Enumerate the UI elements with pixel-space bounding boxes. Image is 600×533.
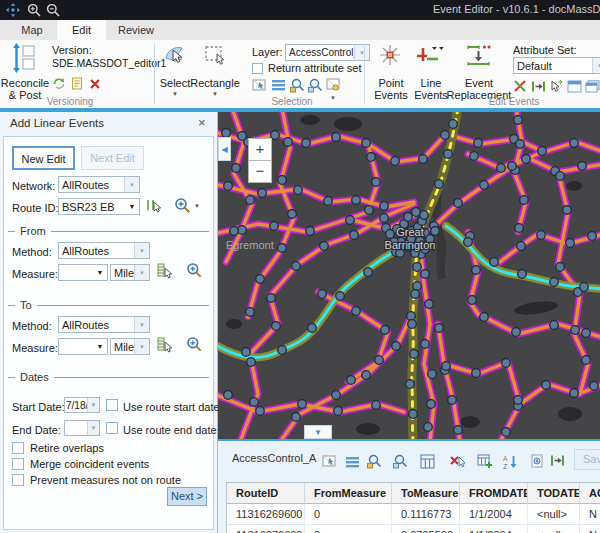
table-zoom-selected-icon[interactable] (367, 454, 382, 469)
pan-to-selected-icon[interactable] (308, 78, 323, 93)
zoom-to-selected-icon[interactable] (290, 78, 305, 93)
to-measure-dropdown-icon[interactable]: ▼ (93, 339, 107, 354)
tab-edit[interactable]: Edit (57, 20, 106, 40)
copy-attributes-icon[interactable] (585, 80, 600, 93)
rectangle-button[interactable]: Rectangle (189, 77, 241, 89)
version-refresh-icon[interactable] (52, 77, 66, 90)
select-dropdown-icon[interactable]: ▼ (172, 91, 178, 97)
merge-coincident-events-checkbox[interactable] (12, 458, 24, 470)
event-editor-app: { "titlebar": { "title": "Event Editor -… (0, 0, 600, 533)
attribute-window-icon[interactable] (567, 80, 582, 93)
layer-dropdown-icon[interactable]: ▼ (354, 45, 369, 60)
line-events-wrap[interactable]: Point Events (372, 77, 410, 101)
route-id-dropdown-icon[interactable]: ▼ (125, 199, 139, 214)
reconcile-post-icon[interactable] (12, 43, 38, 73)
point-events-icon[interactable] (378, 43, 402, 67)
save-button[interactable]: Save (574, 449, 600, 470)
table-merge-icon[interactable] (550, 454, 565, 467)
next-button[interactable]: Next > (167, 487, 207, 506)
to-measure-combobox[interactable]: ▼ (58, 338, 108, 355)
col-frommeasure[interactable]: FromMeasure (305, 483, 392, 504)
return-attribute-set-checkbox[interactable] (252, 63, 263, 74)
attribute-set-dropdown-icon[interactable]: ▼ (592, 58, 600, 73)
end-date-dropdown-icon[interactable]: ▼ (87, 421, 99, 435)
next-edit-button[interactable]: Next Edit (81, 146, 144, 170)
table-row[interactable]: 11316270600 (227, 525, 305, 533)
select-icon[interactable] (163, 43, 187, 67)
table-calculator-icon[interactable] (420, 454, 435, 469)
table-add-record-icon[interactable] (477, 454, 493, 469)
table-list-icon[interactable] (345, 456, 360, 468)
tab-map[interactable]: Map (8, 20, 56, 40)
close-icon[interactable]: × (198, 115, 206, 130)
delete-version-icon[interactable] (89, 78, 101, 90)
new-edit-button[interactable]: New Edit (12, 146, 75, 170)
table-row[interactable]: 11316269600 (227, 504, 305, 525)
network-dropdown-icon[interactable]: ▼ (124, 177, 139, 192)
from-unit-dropdown-icon[interactable]: ▼ (134, 265, 149, 280)
to-method-combobox[interactable]: AllRoutes ▼ (58, 316, 150, 333)
zoom-in-icon[interactable] (27, 3, 41, 17)
split-event-icon[interactable] (513, 80, 527, 93)
to-method-dropdown-icon[interactable]: ▼ (134, 317, 149, 332)
snap-events-icon[interactable] (549, 80, 563, 93)
select-features-icon[interactable] (252, 78, 267, 92)
table-tab-accesscontrol[interactable]: AccessControl_A (232, 452, 316, 464)
to-zoom-icon[interactable] (186, 336, 202, 352)
rectangle-select-icon[interactable] (203, 43, 227, 67)
network-combobox[interactable]: AllRoutes ▼ (58, 176, 140, 193)
attribute-set-value: Default (514, 60, 592, 72)
table-select-features-icon[interactable] (322, 454, 337, 468)
route-zoom-icon[interactable] (174, 197, 191, 214)
to-measure-pick-icon[interactable] (157, 337, 173, 353)
layer-combobox[interactable]: AccessControl_A ▼ (285, 44, 370, 61)
event-replacement-icon[interactable] (466, 44, 492, 66)
start-date-combobox[interactable]: 7/18/ ▼ (64, 397, 100, 413)
retire-overlaps-checkbox[interactable] (12, 442, 24, 454)
from-zoom-icon[interactable] (186, 262, 202, 278)
route-id-combobox[interactable]: BSR23 EB ▼ (58, 198, 140, 215)
from-method-dropdown-icon[interactable]: ▼ (134, 243, 149, 258)
attribute-set-combobox[interactable]: Default ▼ (513, 57, 600, 74)
table-pan-selected-icon[interactable] (393, 454, 408, 469)
map-viewport[interactable]: Egremont Great Barrington ◀ + − ▼ (218, 112, 600, 439)
from-unit-combobox[interactable]: Miles ▼ (110, 264, 150, 281)
from-measure-combobox[interactable]: ▼ (58, 264, 108, 281)
col-tomeasure[interactable]: ToMeasure (392, 483, 460, 504)
to-unit-combobox[interactable]: Miles ▼ (110, 338, 150, 355)
to-unit-dropdown-icon[interactable]: ▼ (134, 339, 149, 354)
collapse-panel-icon[interactable]: ◀ (218, 137, 231, 161)
col-routeid[interactable]: RouteID (227, 483, 305, 504)
rectangle-dropdown-icon[interactable]: ▼ (212, 91, 218, 97)
col-fromdate[interactable]: FROMDATE (460, 483, 528, 504)
map-zoom-out-button[interactable]: − (248, 160, 272, 183)
from-measure-pick-icon[interactable] (157, 263, 173, 279)
selectable-layers-icon[interactable] (326, 78, 341, 92)
route-zoom-dropdown-icon[interactable]: ▼ (194, 203, 200, 209)
table-identify-icon[interactable] (530, 454, 545, 468)
version-properties-icon[interactable] (71, 77, 84, 90)
line-events-icon[interactable] (415, 43, 445, 67)
table-delete-selected-icon[interactable] (450, 454, 465, 468)
collapse-table-icon[interactable]: ▼ (304, 425, 332, 439)
zoom-out-icon[interactable] (46, 3, 60, 17)
to-measure-label: Measure: (12, 342, 58, 354)
list-icon[interactable] (271, 79, 286, 91)
select-route-on-map-icon[interactable] (146, 198, 161, 213)
from-measure-dropdown-icon[interactable]: ▼ (93, 265, 107, 280)
col-access[interactable]: AC (580, 483, 600, 504)
start-date-dropdown-icon[interactable]: ▼ (87, 398, 99, 412)
merge-events-icon[interactable] (531, 80, 546, 93)
col-todate[interactable]: TODATE (528, 483, 580, 504)
line-events-button[interactable]: Line Events (413, 77, 449, 101)
end-date-combobox[interactable]: ▼ (64, 420, 100, 436)
tab-review[interactable]: Review (107, 20, 165, 40)
from-method-combobox[interactable]: AllRoutes ▼ (58, 242, 150, 259)
panel-body (3, 136, 214, 530)
table-sort-icon[interactable]: AZ (503, 454, 518, 469)
use-route-end-date-checkbox[interactable] (106, 422, 118, 434)
map-zoom-in-button[interactable]: + (248, 138, 272, 161)
use-route-start-date-checkbox[interactable] (106, 399, 118, 411)
prevent-measures-checkbox[interactable] (12, 474, 24, 486)
pan-icon[interactable] (6, 3, 20, 17)
